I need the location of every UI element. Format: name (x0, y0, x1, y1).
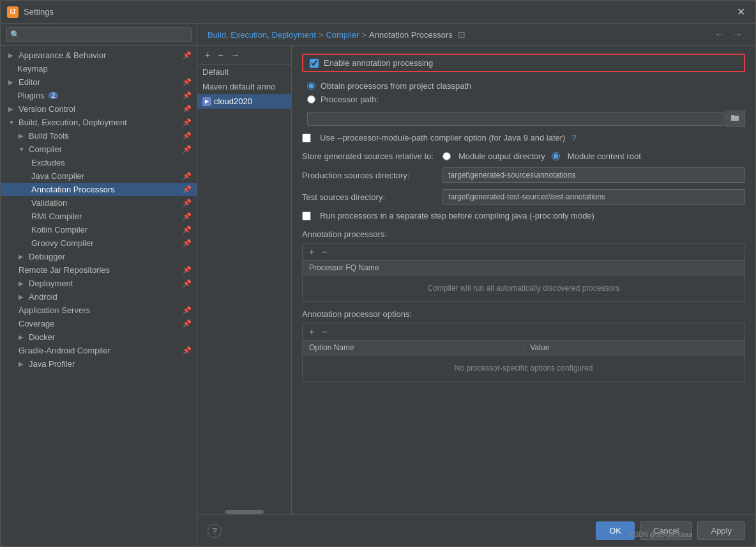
pin-icon: 📌 (183, 78, 192, 86)
add-processor-button[interactable]: + (306, 245, 317, 258)
processor-path-row: Processor path: (307, 95, 745, 104)
sidebar-item-annotation-processors[interactable]: Annotation Processors 📌 (1, 183, 197, 196)
search-box (1, 24, 197, 46)
sidebar-item-java-compiler[interactable]: Java Compiler 📌 (1, 169, 197, 183)
sidebar-item-validation[interactable]: Validation 📌 (1, 196, 197, 210)
profile-item-content: ▶ cloud2020 (202, 96, 286, 106)
arrow-icon: ▼ (8, 119, 17, 126)
run-processors-row: Run processors in a separate step before… (302, 211, 745, 220)
add-option-button[interactable]: + (306, 325, 317, 338)
sidebar-item-android[interactable]: ▶ Android (1, 290, 197, 304)
sidebar-item-appearance[interactable]: ▶ Appearance & Behavior 📌 (1, 49, 197, 62)
sidebar-item-keymap[interactable]: Keymap (1, 62, 197, 75)
remove-profile-button[interactable]: − (215, 49, 225, 61)
breadcrumb-nav: ← → (712, 29, 745, 40)
search-input[interactable] (6, 27, 192, 42)
test-sources-label: Test sources directory: (302, 192, 442, 202)
settings-dialog: IJ Settings ✕ ▶ Appearance & Behavior 📌 … (0, 0, 756, 547)
run-processors-checkbox[interactable] (302, 212, 311, 220)
pin-icon: 📌 (183, 172, 192, 180)
module-output-radio[interactable] (442, 152, 451, 160)
sidebar-item-app-servers[interactable]: Application Servers 📌 (1, 304, 197, 317)
pin-icon[interactable]: ⊡ (458, 29, 465, 40)
arrow-icon: ▶ (19, 334, 27, 341)
obtain-processors-row: Obtain processors from project classpath (307, 81, 745, 91)
help-button[interactable]: ? (208, 524, 222, 538)
pin-icon: 📌 (183, 279, 192, 288)
use-processor-module-checkbox[interactable] (302, 134, 311, 143)
profile-item-default[interactable]: Default (197, 65, 291, 79)
pin-icon: 📌 (183, 145, 192, 153)
compiler-will-run-label: Compiler will run all automatically disc… (428, 284, 620, 293)
sidebar-item-editor[interactable]: ▶ Editor 📌 (1, 75, 197, 89)
obtain-processors-radio[interactable] (307, 82, 315, 90)
use-processor-module-label: Use --processor-module-path compiler opt… (320, 133, 565, 143)
back-button[interactable]: ← (712, 29, 727, 40)
remove-processor-button[interactable]: − (319, 245, 329, 258)
production-sources-input[interactable] (442, 167, 745, 183)
pin-icon: 📌 (183, 51, 192, 59)
arrow-icon: ▶ (19, 280, 27, 287)
pin-icon: 📌 (183, 306, 192, 314)
svg-rect-0 (731, 116, 739, 121)
module-icon: ▶ (202, 97, 211, 106)
apply-button[interactable]: Apply (697, 521, 745, 540)
pin-icon: 📌 (183, 185, 192, 194)
content-area: ▶ Appearance & Behavior 📌 Keymap ▶ Edito… (1, 24, 755, 546)
arrow-icon: ▶ (8, 105, 17, 112)
add-profile-button[interactable]: + (202, 49, 213, 61)
pin-icon: 📌 (183, 199, 192, 207)
forward-profile-button[interactable]: → (228, 49, 242, 61)
options-body: No processor-specific options configured (303, 355, 745, 381)
pin-icon: 📌 (183, 346, 192, 355)
pin-icon: 📌 (183, 118, 192, 127)
store-generated-label: Store generated sources relative to: (302, 151, 442, 161)
remove-option-button[interactable]: − (319, 325, 329, 338)
close-button[interactable]: ✕ (733, 4, 749, 19)
sidebar-item-excludes[interactable]: Excludes (1, 156, 197, 169)
cancel-button[interactable]: Cancel (640, 521, 692, 540)
sidebar-tree: ▶ Appearance & Behavior 📌 Keymap ▶ Edito… (1, 46, 197, 546)
processor-path-input[interactable] (307, 112, 723, 126)
sidebar-item-version-control[interactable]: ▶ Version Control 📌 (1, 102, 197, 116)
breadcrumb-part2[interactable]: Compiler (326, 30, 359, 40)
run-processors-label: Run processors in a separate step before… (320, 211, 594, 220)
sidebar-item-rmi-compiler[interactable]: RMI Compiler 📌 (1, 210, 197, 223)
profile-item-cloud2020[interactable]: ▶ cloud2020 (197, 94, 291, 109)
ok-button[interactable]: OK (596, 521, 635, 540)
arrow-icon: ▶ (19, 253, 27, 260)
breadcrumb-part1[interactable]: Build, Execution, Deployment (208, 30, 316, 40)
sidebar-item-build-tools[interactable]: ▶ Build Tools 📌 (1, 129, 197, 143)
arrow-icon: ▶ (8, 79, 17, 86)
annotation-processors-header: Processor FQ Name (303, 261, 745, 275)
sidebar-item-plugins[interactable]: Plugins 2 📌 (1, 89, 197, 102)
sidebar-item-deployment[interactable]: ▶ Deployment 📌 (1, 277, 197, 290)
test-sources-input[interactable] (442, 189, 745, 204)
sidebar-item-remote-jar[interactable]: Remote Jar Repositories 📌 (1, 263, 197, 277)
module-content-radio[interactable] (552, 152, 560, 160)
forward-button[interactable]: → (730, 29, 745, 40)
store-generated-radios: Module output directory Module content r… (442, 151, 641, 161)
profile-list: Default Maven default anno ▶ cloud2020 (197, 65, 291, 509)
arrow-icon: ▶ (8, 52, 17, 59)
browse-button[interactable] (725, 111, 745, 127)
sidebar-item-gradle-android[interactable]: Gradle-Android Compiler 📌 (1, 344, 197, 357)
processor-path-radio[interactable] (307, 95, 315, 104)
test-sources-row: Test sources directory: (302, 189, 745, 204)
sidebar-item-kotlin-compiler[interactable]: Kotlin Compiler 📌 (1, 223, 197, 236)
sidebar-item-docker[interactable]: ▶ Docker (1, 330, 197, 344)
sidebar-item-debugger[interactable]: ▶ Debugger (1, 250, 197, 263)
sidebar-item-java-profiler[interactable]: ▶ Java Profiler (1, 357, 197, 371)
value-col: Value (524, 341, 745, 355)
sidebar-item-coverage[interactable]: Coverage 📌 (1, 317, 197, 330)
dialog-title: Settings (24, 7, 733, 17)
enable-annotation-checkbox[interactable] (310, 59, 319, 68)
settings-content: Enable annotation processing Obtain proc… (292, 46, 755, 514)
sidebar-item-groovy-compiler[interactable]: Groovy Compiler 📌 (1, 236, 197, 250)
sidebar-item-compiler[interactable]: ▼ Compiler 📌 (1, 143, 197, 156)
footer: ? OK Cancel Apply (197, 514, 755, 546)
annotation-processors-section-label: Annotation processors: (302, 229, 745, 239)
annotation-processors-toolbar: + − (303, 243, 745, 261)
profile-item-maven[interactable]: Maven default anno (197, 79, 291, 94)
sidebar-item-build-exec[interactable]: ▼ Build, Execution, Deployment 📌 (1, 116, 197, 129)
